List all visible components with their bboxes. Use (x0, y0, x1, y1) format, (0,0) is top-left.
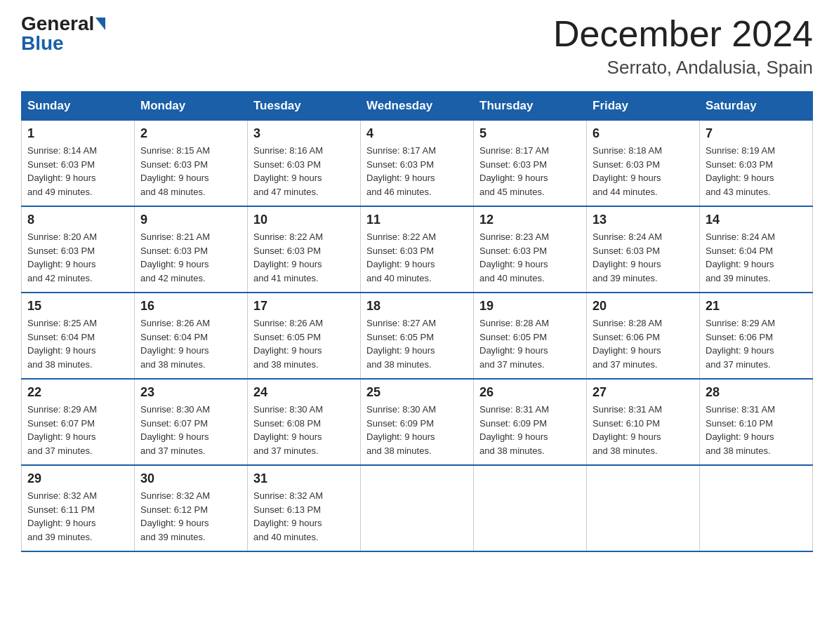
day-info: Sunrise: 8:18 AM Sunset: 6:03 PM Dayligh… (593, 144, 694, 199)
day-info: Sunrise: 8:21 AM Sunset: 6:03 PM Dayligh… (140, 230, 241, 285)
header-tuesday: Tuesday (248, 92, 361, 121)
header-saturday: Saturday (700, 92, 813, 121)
header-wednesday: Wednesday (361, 92, 474, 121)
calendar-cell: 26 Sunrise: 8:31 AM Sunset: 6:09 PM Dayl… (474, 379, 587, 465)
calendar-cell: 3 Sunrise: 8:16 AM Sunset: 6:03 PM Dayli… (248, 121, 361, 207)
calendar-week-5: 29 Sunrise: 8:32 AM Sunset: 6:11 PM Dayl… (22, 465, 813, 551)
calendar-cell: 5 Sunrise: 8:17 AM Sunset: 6:03 PM Dayli… (474, 121, 587, 207)
calendar-cell: 24 Sunrise: 8:30 AM Sunset: 6:08 PM Dayl… (248, 379, 361, 465)
day-info: Sunrise: 8:32 AM Sunset: 6:11 PM Dayligh… (27, 489, 128, 544)
day-info: Sunrise: 8:29 AM Sunset: 6:06 PM Dayligh… (706, 316, 807, 371)
day-info: Sunrise: 8:16 AM Sunset: 6:03 PM Dayligh… (253, 144, 355, 199)
day-number: 17 (253, 299, 355, 314)
calendar-header: Sunday Monday Tuesday Wednesday Thursday… (22, 92, 813, 121)
day-number: 19 (479, 299, 581, 314)
day-number: 26 (479, 385, 581, 400)
calendar-cell: 19 Sunrise: 8:28 AM Sunset: 6:05 PM Dayl… (474, 293, 587, 379)
calendar-cell: 10 Sunrise: 8:22 AM Sunset: 6:03 PM Dayl… (248, 206, 361, 293)
header-sunday: Sunday (22, 92, 135, 121)
calendar-cell: 14 Sunrise: 8:24 AM Sunset: 6:04 PM Dayl… (700, 206, 813, 293)
day-number: 21 (706, 299, 807, 314)
day-number: 16 (140, 299, 241, 314)
day-number: 15 (27, 299, 128, 314)
calendar-cell: 22 Sunrise: 8:29 AM Sunset: 6:07 PM Dayl… (22, 379, 135, 465)
day-info: Sunrise: 8:30 AM Sunset: 6:08 PM Dayligh… (253, 403, 355, 457)
logo-blue-text: Blue (21, 34, 64, 53)
day-number: 10 (253, 213, 355, 227)
day-number: 28 (706, 385, 807, 400)
calendar-body: 1 Sunrise: 8:14 AM Sunset: 6:03 PM Dayli… (22, 121, 813, 552)
day-number: 4 (366, 126, 468, 141)
header-thursday: Thursday (474, 92, 587, 121)
day-number: 29 (27, 471, 128, 486)
calendar-cell: 2 Sunrise: 8:15 AM Sunset: 6:03 PM Dayli… (135, 121, 248, 207)
calendar-cell: 6 Sunrise: 8:18 AM Sunset: 6:03 PM Dayli… (587, 121, 700, 207)
day-info: Sunrise: 8:30 AM Sunset: 6:07 PM Dayligh… (140, 403, 241, 457)
header-monday: Monday (135, 92, 248, 121)
calendar-cell (474, 465, 587, 551)
days-of-week-row: Sunday Monday Tuesday Wednesday Thursday… (22, 92, 813, 121)
calendar-cell: 25 Sunrise: 8:30 AM Sunset: 6:09 PM Dayl… (361, 379, 474, 465)
page-header: General Blue December 2024 Serrato, Anda… (21, 14, 813, 79)
day-number: 8 (27, 213, 128, 227)
logo-general-text: General (21, 14, 105, 34)
day-number: 22 (27, 385, 128, 400)
calendar-cell: 7 Sunrise: 8:19 AM Sunset: 6:03 PM Dayli… (700, 121, 813, 207)
calendar-cell: 11 Sunrise: 8:22 AM Sunset: 6:03 PM Dayl… (361, 206, 474, 293)
day-number: 30 (140, 471, 241, 486)
page-subtitle: Serrato, Andalusia, Spain (553, 57, 813, 79)
day-number: 20 (593, 299, 694, 314)
calendar-cell: 12 Sunrise: 8:23 AM Sunset: 6:03 PM Dayl… (474, 206, 587, 293)
calendar-cell (700, 465, 813, 551)
calendar-cell (361, 465, 474, 551)
day-number: 5 (479, 126, 581, 141)
day-number: 18 (366, 299, 468, 314)
calendar-week-4: 22 Sunrise: 8:29 AM Sunset: 6:07 PM Dayl… (22, 379, 813, 465)
calendar-cell: 16 Sunrise: 8:26 AM Sunset: 6:04 PM Dayl… (135, 293, 248, 379)
day-info: Sunrise: 8:31 AM Sunset: 6:10 PM Dayligh… (593, 403, 694, 457)
day-info: Sunrise: 8:28 AM Sunset: 6:06 PM Dayligh… (593, 316, 694, 371)
calendar-week-2: 8 Sunrise: 8:20 AM Sunset: 6:03 PM Dayli… (22, 206, 813, 293)
logo: General Blue (21, 14, 105, 53)
calendar-cell (587, 465, 700, 551)
calendar-cell: 31 Sunrise: 8:32 AM Sunset: 6:13 PM Dayl… (248, 465, 361, 551)
calendar-cell: 18 Sunrise: 8:27 AM Sunset: 6:05 PM Dayl… (361, 293, 474, 379)
day-info: Sunrise: 8:30 AM Sunset: 6:09 PM Dayligh… (366, 403, 468, 457)
calendar-cell: 28 Sunrise: 8:31 AM Sunset: 6:10 PM Dayl… (700, 379, 813, 465)
day-number: 25 (366, 385, 468, 400)
header-friday: Friday (587, 92, 700, 121)
day-info: Sunrise: 8:23 AM Sunset: 6:03 PM Dayligh… (479, 230, 581, 285)
day-info: Sunrise: 8:14 AM Sunset: 6:03 PM Dayligh… (27, 144, 128, 199)
page-title: December 2024 (553, 14, 813, 54)
day-info: Sunrise: 8:24 AM Sunset: 6:04 PM Dayligh… (706, 230, 807, 285)
day-info: Sunrise: 8:25 AM Sunset: 6:04 PM Dayligh… (27, 316, 128, 371)
day-number: 1 (27, 126, 128, 141)
day-number: 24 (253, 385, 355, 400)
calendar-week-3: 15 Sunrise: 8:25 AM Sunset: 6:04 PM Dayl… (22, 293, 813, 379)
calendar-cell: 1 Sunrise: 8:14 AM Sunset: 6:03 PM Dayli… (22, 121, 135, 207)
day-number: 14 (706, 213, 807, 227)
day-info: Sunrise: 8:26 AM Sunset: 6:05 PM Dayligh… (253, 316, 355, 371)
day-number: 12 (479, 213, 581, 227)
day-info: Sunrise: 8:22 AM Sunset: 6:03 PM Dayligh… (366, 230, 468, 285)
day-number: 3 (253, 126, 355, 141)
logo-arrow-icon (95, 18, 105, 30)
calendar-cell: 27 Sunrise: 8:31 AM Sunset: 6:10 PM Dayl… (587, 379, 700, 465)
calendar-cell: 13 Sunrise: 8:24 AM Sunset: 6:03 PM Dayl… (587, 206, 700, 293)
calendar-week-1: 1 Sunrise: 8:14 AM Sunset: 6:03 PM Dayli… (22, 121, 813, 207)
day-info: Sunrise: 8:32 AM Sunset: 6:12 PM Dayligh… (140, 489, 241, 544)
calendar-cell: 17 Sunrise: 8:26 AM Sunset: 6:05 PM Dayl… (248, 293, 361, 379)
day-info: Sunrise: 8:19 AM Sunset: 6:03 PM Dayligh… (706, 144, 807, 199)
title-block: December 2024 Serrato, Andalusia, Spain (553, 14, 813, 79)
day-number: 7 (706, 126, 807, 141)
calendar-cell: 9 Sunrise: 8:21 AM Sunset: 6:03 PM Dayli… (135, 206, 248, 293)
day-info: Sunrise: 8:15 AM Sunset: 6:03 PM Dayligh… (140, 144, 241, 199)
day-info: Sunrise: 8:28 AM Sunset: 6:05 PM Dayligh… (479, 316, 581, 371)
calendar-cell: 8 Sunrise: 8:20 AM Sunset: 6:03 PM Dayli… (22, 206, 135, 293)
day-number: 23 (140, 385, 241, 400)
day-number: 27 (593, 385, 694, 400)
day-number: 11 (366, 213, 468, 227)
calendar-cell: 30 Sunrise: 8:32 AM Sunset: 6:12 PM Dayl… (135, 465, 248, 551)
calendar-cell: 29 Sunrise: 8:32 AM Sunset: 6:11 PM Dayl… (22, 465, 135, 551)
day-number: 31 (253, 471, 355, 486)
